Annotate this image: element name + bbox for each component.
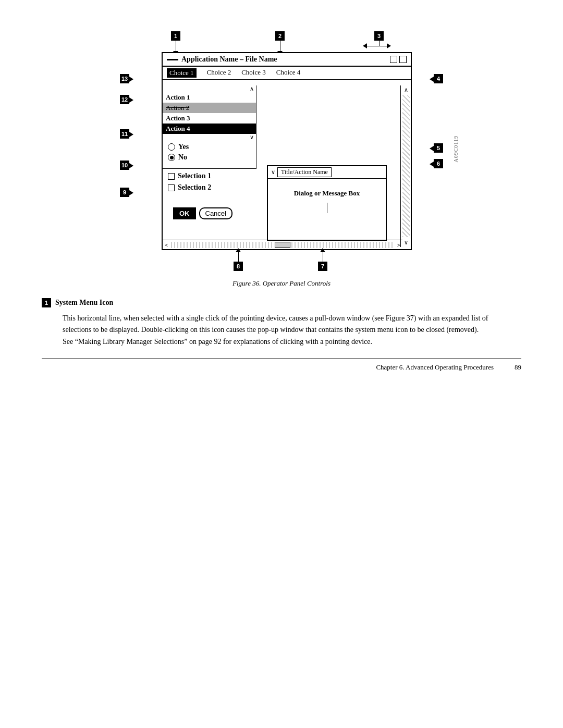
dialog-title: Title/Action Name xyxy=(277,167,332,177)
window-controls xyxy=(390,56,407,63)
arrow-3-line-v xyxy=(379,41,380,46)
arrow-8-line xyxy=(238,251,239,262)
radio-no-circle[interactable] xyxy=(168,154,175,161)
window-title: Application Name – File Name xyxy=(181,55,277,64)
dialog-check-icon: ∨ xyxy=(271,169,275,176)
badge-6: 6 xyxy=(434,159,443,168)
maximize-button[interactable] xyxy=(399,56,407,63)
arrow-12-head xyxy=(129,97,133,103)
ok-button[interactable]: OK xyxy=(173,207,196,219)
badge-8: 8 xyxy=(234,262,243,271)
scroll-right-up[interactable]: ∧ xyxy=(404,87,408,93)
checkbox-selection-1[interactable]: Selection 1 xyxy=(168,172,211,180)
section-heading-1: 1 System Menu Icon xyxy=(42,298,521,307)
arrow-3-head-right xyxy=(387,43,391,48)
checkbox-selection-2[interactable]: Selection 2 xyxy=(168,183,211,192)
bottom-track xyxy=(171,242,274,248)
minimize-button[interactable] xyxy=(390,56,397,63)
arrow-7-line xyxy=(323,251,323,262)
scroll-left-button[interactable]: < xyxy=(163,242,170,248)
page-footer: Chapter 6. Advanced Operating Procedures… xyxy=(42,359,521,372)
checkbox-group: Selection 1 Selection 2 xyxy=(168,172,211,195)
menu-choice-4[interactable]: Choice 4 xyxy=(276,68,301,78)
radio-no-label: No xyxy=(178,153,187,162)
scrollbar-track xyxy=(402,95,410,237)
arrow-13-head xyxy=(129,77,133,82)
radio-yes-label: Yes xyxy=(178,143,189,151)
checkbox-1-label: Selection 1 xyxy=(178,172,211,180)
arrow-2-line xyxy=(280,41,280,52)
button-row: OK Cancel xyxy=(163,203,243,224)
arrow-7-head xyxy=(320,248,325,252)
radio-group: Yes No xyxy=(168,143,189,164)
checkbox-2-box[interactable] xyxy=(168,184,175,191)
menu-choice-2[interactable]: Choice 2 xyxy=(207,68,231,78)
figure-caption: Figure 36. Operator Panel Controls xyxy=(42,279,521,288)
badge-5: 5 xyxy=(434,143,443,153)
action-item-1[interactable]: Action 1 xyxy=(163,92,256,103)
arrow-3-line-h xyxy=(367,46,388,46)
main-window: Application Name – File Name Choice 1 Ch… xyxy=(162,52,412,250)
menu-bar: Choice 1 Choice 2 Choice 3 Choice 4 xyxy=(163,67,411,80)
action-list-footer: ∨ xyxy=(163,134,256,141)
badge-1: 1 xyxy=(171,31,180,41)
badge-10: 10 xyxy=(120,161,129,170)
diagram-container: 1 2 3 Application Name – Fil xyxy=(42,31,521,271)
badge-11: 11 xyxy=(120,129,129,139)
checkbox-1-box[interactable] xyxy=(168,173,175,180)
radio-yes[interactable]: Yes xyxy=(168,143,189,151)
arrow-11-head xyxy=(129,132,133,137)
scroll-up-button[interactable]: ∧ xyxy=(250,85,254,92)
section-body-1: This horizontal line, when selected with… xyxy=(63,313,490,348)
badge-7: 7 xyxy=(318,262,327,271)
action-item-2[interactable]: Action 2 xyxy=(163,103,256,113)
menu-choice-3[interactable]: Choice 3 xyxy=(241,68,266,78)
radio-yes-circle[interactable] xyxy=(168,143,175,151)
arrow-3-head-left xyxy=(363,43,367,48)
bottom-track-right xyxy=(291,242,394,248)
radio-no[interactable]: No xyxy=(168,153,189,162)
section-heading-text-1: System Menu Icon xyxy=(55,299,113,307)
arrow-4-head xyxy=(430,77,434,82)
badge-13: 13 xyxy=(120,74,129,83)
action-item-4[interactable]: Action 4 xyxy=(163,124,256,134)
window-titlebar: Application Name – File Name xyxy=(163,53,411,67)
dialog-body-text: Dialog or Message Box xyxy=(273,189,381,198)
dialog-titlebar: ∨ Title/Action Name xyxy=(268,166,386,179)
arrow-6-head xyxy=(430,162,434,167)
menu-choice-1[interactable]: Choice 1 xyxy=(167,68,197,78)
scroll-right-down[interactable]: ∨ xyxy=(404,239,408,246)
badge-12: 12 xyxy=(120,95,129,104)
diagram-wrapper: 1 2 3 Application Name – Fil xyxy=(120,31,443,271)
action-item-3[interactable]: Action 3 xyxy=(163,113,256,124)
arrow-10-head xyxy=(129,163,133,168)
arrow-5-head xyxy=(430,146,434,151)
section-1: 1 System Menu Icon This horizontal line,… xyxy=(42,298,521,348)
badge-4: 4 xyxy=(434,74,443,83)
bottom-scrollbar[interactable]: < > xyxy=(163,240,402,249)
rotated-label: A09C0119 xyxy=(453,135,459,163)
section-badge-1: 1 xyxy=(42,298,51,307)
scroll-right-button[interactable]: > xyxy=(395,242,402,248)
action-list-header: ∧ xyxy=(163,85,256,92)
system-menu-icon[interactable] xyxy=(167,59,178,60)
badge-3: 3 xyxy=(374,31,384,41)
dialog-box: ∨ Title/Action Name Dialog or Message Bo… xyxy=(267,165,387,241)
footer-right: 89 xyxy=(515,363,521,372)
dialog-arrow-line xyxy=(327,203,327,213)
arrow-8-head xyxy=(236,248,241,252)
badge-9: 9 xyxy=(120,188,129,197)
scroll-down-button[interactable]: ∨ xyxy=(250,134,254,141)
right-scrollbar[interactable]: ∧ ∨ xyxy=(400,85,411,247)
footer-left: Chapter 6. Advanced Operating Procedures xyxy=(376,363,494,372)
arrow-9-head xyxy=(129,190,133,195)
checkbox-2-label: Selection 2 xyxy=(178,183,211,192)
dialog-body: Dialog or Message Box xyxy=(268,179,386,224)
badge-2: 2 xyxy=(275,31,285,41)
cancel-button[interactable]: Cancel xyxy=(199,207,232,219)
bottom-thumb xyxy=(275,242,290,248)
arrow-1-line xyxy=(176,41,176,52)
